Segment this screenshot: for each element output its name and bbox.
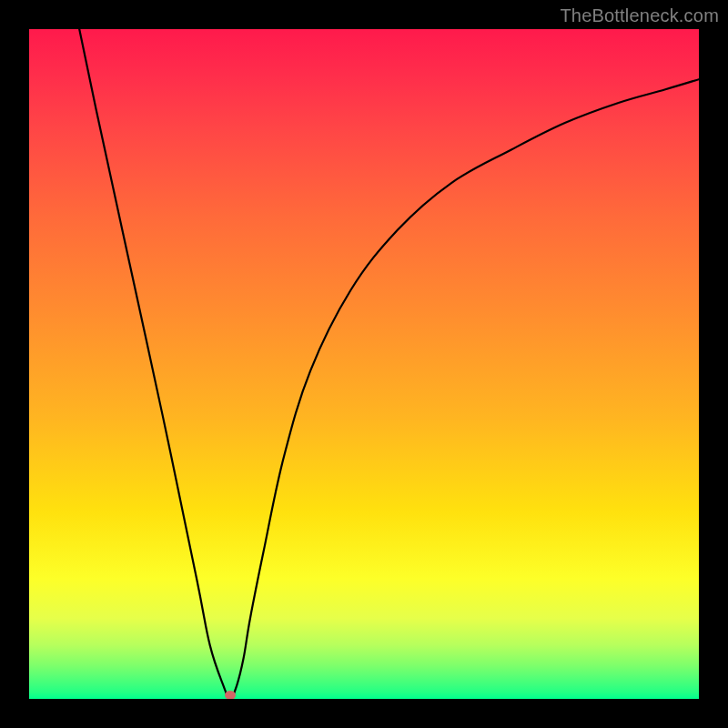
watermark-text: TheBottleneck.com [560,5,719,26]
dip-marker [225,691,236,700]
plot-area [29,29,699,699]
bottleneck-curve [29,29,699,699]
chart-frame: TheBottleneck.com [0,0,728,728]
